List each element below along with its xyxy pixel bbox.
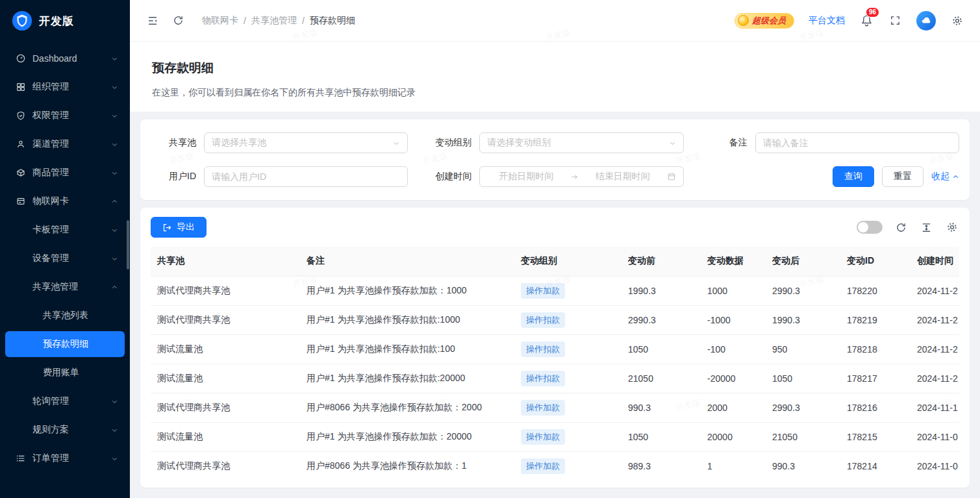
column-header-change-id: 变动ID — [840, 247, 911, 276]
column-header-remark: 备注 — [300, 247, 514, 276]
cell-remark: 用户#1 为共享池操作预存款扣款:20000 — [300, 364, 514, 393]
refresh-table-button[interactable] — [894, 221, 908, 234]
sidebar-item-permission-management[interactable]: 权限管理 — [5, 103, 125, 129]
sidebar-scrollbar[interactable] — [127, 220, 129, 269]
end-date-placeholder: 结束日期时间 — [584, 171, 662, 182]
breadcrumb-item[interactable]: 共享池管理 — [251, 15, 297, 27]
chevron-down-icon — [111, 169, 118, 177]
sidebar-item-card-board-management[interactable]: 卡板管理 — [5, 217, 125, 243]
sidebar-item-prepaid-detail[interactable]: 预存款明细 — [5, 331, 125, 357]
notification-count-badge: 96 — [866, 7, 879, 18]
column-settings-button[interactable] — [945, 220, 959, 234]
sidebar-item-dashboard[interactable]: Dashboard — [5, 45, 125, 71]
breadcrumb-separator: / — [302, 16, 305, 26]
chevron-up-icon — [111, 198, 118, 205]
arrow-right-icon — [570, 173, 579, 181]
collapse-filters-link[interactable]: 收起 — [931, 171, 959, 182]
row-density-button[interactable] — [920, 221, 933, 234]
refresh-icon — [896, 222, 907, 233]
fullscreen-icon — [890, 15, 901, 26]
table-toolbar: 导出 — [151, 217, 959, 238]
table-toggle-switch[interactable] — [857, 221, 883, 234]
change-group-select[interactable]: 请选择变动组别 — [479, 132, 683, 153]
app-logo[interactable]: 开发版 — [0, 0, 130, 42]
table-panel: 导出 — [140, 208, 970, 488]
refresh-page-button[interactable] — [171, 14, 185, 27]
remark-input[interactable] — [763, 138, 951, 148]
chevron-down-icon — [111, 227, 118, 234]
sidebar-item-org-management[interactable]: 组织管理 — [5, 74, 125, 100]
pool-select-placeholder: 请选择共享池 — [212, 137, 393, 149]
breadcrumb-current: 预存款明细 — [310, 15, 355, 27]
pool-select[interactable]: 请选择共享池 — [204, 132, 408, 153]
iot-card-icon — [16, 196, 26, 206]
platform-docs-link[interactable]: 平台文档 — [809, 15, 845, 27]
column-header-pool: 共享池 — [151, 247, 300, 276]
cell-group: 操作扣款 — [514, 305, 622, 334]
cell-remark: 用户#8066 为共享池操作预存款加款：1 — [300, 451, 514, 479]
chevron-down-icon — [111, 141, 118, 148]
sidebar-item-shared-pool-management[interactable]: 共享池管理 — [5, 274, 125, 300]
cell-after: 1990.3 — [766, 305, 840, 334]
export-button[interactable]: 导出 — [151, 217, 207, 238]
cell-change-id: 178219 — [840, 305, 911, 334]
remark-label: 备注 — [702, 137, 748, 149]
cell-group: 操作扣款 — [514, 364, 622, 393]
date-range-picker[interactable]: 开始日期时间 结束日期时间 — [479, 166, 683, 187]
breadcrumb-item[interactable]: 物联网卡 — [202, 15, 238, 27]
settings-button[interactable] — [950, 14, 964, 28]
sidebar-item-order-management[interactable]: 订单管理 — [5, 445, 125, 471]
reset-button[interactable]: 重置 — [882, 166, 923, 187]
sidebar-item-polling-management[interactable]: 轮询管理 — [5, 388, 125, 414]
change-group-tag: 操作扣款 — [521, 312, 565, 328]
sidebar-menu: Dashboard 组织管理 权限管理 渠道管理 商品管理 — [0, 42, 130, 475]
cell-created-at: 2024-11-2 — [911, 305, 959, 334]
sidebar-item-goods-management[interactable]: 商品管理 — [5, 160, 125, 186]
sidebar-item-channel-management[interactable]: 渠道管理 — [5, 131, 125, 157]
change-group-tag: 操作加款 — [521, 458, 565, 474]
notifications-button[interactable]: 96 — [859, 13, 874, 28]
switch-knob — [858, 222, 868, 232]
chevron-up-icon — [952, 173, 959, 181]
vip-membership-badge[interactable]: 超级会员 — [735, 13, 794, 29]
sidebar-item-label: 费用账单 — [43, 367, 79, 379]
user-id-input[interactable] — [212, 171, 400, 182]
chevron-down-icon — [111, 112, 118, 119]
sidebar: 开发版 Dashboard 组织管理 权限管理 渠道管理 — [0, 0, 130, 498]
table-row: 测试流量池 用户#1 为共享池操作预存款扣款:100 操作扣款 1050 -10… — [151, 334, 959, 364]
table-header-row: 共享池 备注 变动组别 变动前 变动数据 变动后 变动ID 创建时间 — [151, 247, 959, 276]
start-date-placeholder: 开始日期时间 — [487, 171, 565, 182]
sidebar-item-label: 共享池列表 — [43, 310, 88, 321]
user-avatar[interactable] — [916, 11, 936, 31]
page-title: 预存款明细 — [152, 60, 958, 77]
cell-created-at: 2024-11-0 — [911, 422, 959, 451]
page-description: 在这里，你可以看到归属在你名下的所有共享池中预存款明细记录 — [152, 87, 958, 99]
sidebar-item-expense-bill[interactable]: 费用账单 — [5, 360, 125, 386]
filter-pool: 共享池 请选择共享池 — [151, 132, 408, 153]
gear-icon — [951, 15, 963, 27]
cell-remark: 用户#1 为共享池操作预存款扣款:1000 — [300, 305, 514, 334]
cell-pool: 测试代理商共享池 — [151, 393, 300, 422]
sidebar-item-device-management[interactable]: 设备管理 — [5, 245, 125, 271]
chevron-down-icon — [111, 84, 118, 91]
cell-before: 1050 — [622, 334, 701, 364]
sidebar-item-shared-pool-list[interactable]: 共享池列表 — [5, 303, 125, 329]
cell-change-id: 178220 — [840, 276, 911, 305]
column-header-before: 变动前 — [622, 247, 701, 276]
cell-change: -100 — [701, 334, 766, 364]
collapse-sidebar-button[interactable] — [145, 14, 160, 28]
filter-row: 用户ID 创建时间 开始日期时间 结束日期时间 — [151, 166, 959, 187]
sidebar-item-label: 渠道管理 — [32, 138, 69, 150]
sidebar-item-label: 设备管理 — [32, 253, 69, 264]
search-button[interactable]: 查询 — [833, 166, 874, 187]
sidebar-item-rule-plan[interactable]: 规则方案 — [5, 417, 125, 443]
cell-before: 21050 — [622, 364, 701, 393]
dashboard-icon — [16, 53, 26, 64]
sidebar-item-label: 卡板管理 — [32, 224, 69, 236]
cell-change-id: 178214 — [840, 451, 911, 479]
group-select-placeholder: 请选择变动组别 — [487, 137, 668, 149]
chevron-down-icon — [669, 140, 676, 147]
fullscreen-button[interactable] — [888, 14, 902, 27]
row-height-icon — [921, 222, 932, 233]
sidebar-item-iot-card[interactable]: 物联网卡 — [5, 188, 125, 214]
